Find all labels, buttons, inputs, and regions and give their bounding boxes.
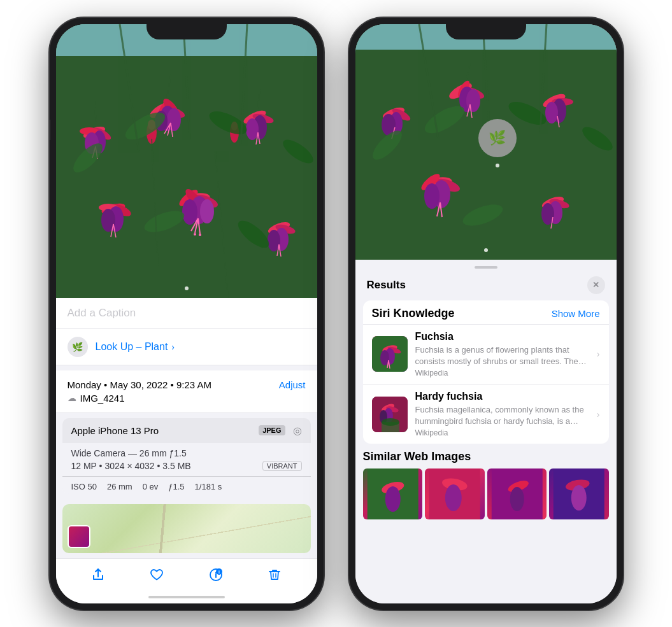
lookup-row[interactable]: 🌿 Look Up – Plant › bbox=[56, 329, 317, 365]
svg-point-8 bbox=[160, 106, 175, 131]
svg-point-94 bbox=[423, 175, 452, 191]
svg-line-45 bbox=[191, 218, 198, 231]
svg-point-47 bbox=[199, 234, 201, 236]
knowledge-item-fuchsia[interactable]: Fuchsia Fuchsia is a genus of flowering … bbox=[363, 324, 609, 384]
svg-point-40 bbox=[190, 196, 208, 224]
info-button[interactable]: i bbox=[209, 568, 223, 582]
svg-point-101 bbox=[540, 194, 565, 210]
right-photo-display[interactable]: 🌿 bbox=[355, 24, 617, 260]
left-screen: Add a Caption 🌿 Look Up – Plant › Monday… bbox=[56, 24, 317, 603]
svg-point-102 bbox=[548, 197, 569, 210]
svg-point-48 bbox=[266, 220, 291, 236]
svg-point-84 bbox=[381, 105, 406, 121]
svg-point-80 bbox=[459, 87, 475, 112]
fuchsia-content: Fuchsia Fuchsia is a genus of flowering … bbox=[415, 331, 589, 377]
svg-point-60 bbox=[69, 139, 106, 176]
svg-point-63 bbox=[234, 216, 273, 252]
siri-knowledge-title: Siri Knowledge bbox=[372, 307, 455, 320]
svg-point-127 bbox=[382, 418, 399, 426]
svg-point-96 bbox=[418, 171, 442, 193]
svg-point-108 bbox=[368, 126, 406, 164]
map-area[interactable] bbox=[62, 504, 311, 553]
similar-image-1[interactable] bbox=[363, 468, 423, 519]
svg-point-87 bbox=[382, 114, 396, 136]
svg-line-14 bbox=[94, 101, 97, 136]
svg-point-89 bbox=[541, 91, 566, 109]
notch bbox=[147, 18, 227, 39]
notch-right bbox=[446, 18, 526, 39]
bottom-toolbar: i bbox=[56, 558, 317, 591]
similar-images-section: Similar Web Images bbox=[355, 450, 617, 519]
wide-camera-text: Wide Camera — 26 mm ƒ1.5 bbox=[71, 448, 302, 458]
svg-point-139 bbox=[571, 485, 587, 511]
similar-image-2[interactable] bbox=[425, 468, 485, 519]
show-more-button[interactable]: Show More bbox=[552, 308, 600, 319]
svg-text:i: i bbox=[218, 570, 220, 574]
svg-point-103 bbox=[548, 201, 562, 224]
hardy-fuchsia-chevron: › bbox=[597, 409, 600, 419]
results-header: Results ✕ bbox=[355, 272, 617, 300]
svg-point-29 bbox=[100, 201, 125, 216]
svg-point-104 bbox=[541, 203, 554, 225]
share-button[interactable] bbox=[91, 568, 105, 582]
svg-point-51 bbox=[268, 230, 280, 251]
svg-point-79 bbox=[455, 79, 471, 99]
svg-line-28 bbox=[256, 132, 258, 144]
svg-point-78 bbox=[461, 85, 485, 101]
delete-button[interactable] bbox=[268, 568, 282, 582]
home-bar bbox=[148, 596, 225, 598]
svg-point-86 bbox=[390, 112, 403, 135]
svg-line-34 bbox=[111, 224, 113, 237]
camera-details: Wide Camera — 26 mm ƒ1.5 12 MP • 3024 × … bbox=[62, 443, 311, 476]
svg-point-81 bbox=[466, 89, 480, 112]
device-section: Apple iPhone 13 Pro JPEG ◎ Wide Camera —… bbox=[62, 418, 311, 494]
svg-line-44 bbox=[198, 218, 200, 234]
similar-images-grid bbox=[363, 468, 609, 519]
caption-area[interactable]: Add a Caption bbox=[56, 298, 317, 329]
map-thumbnail bbox=[68, 525, 90, 548]
svg-point-38 bbox=[176, 187, 200, 209]
svg-line-43 bbox=[195, 218, 198, 233]
close-button[interactable]: ✕ bbox=[587, 276, 605, 294]
settings-icon[interactable]: ◎ bbox=[293, 425, 302, 437]
svg-line-67 bbox=[152, 139, 158, 266]
right-screen: 🌿 Results ✕ Siri Knowledge Show More bbox=[355, 24, 617, 603]
svg-point-54 bbox=[147, 121, 157, 144]
svg-point-7 bbox=[161, 96, 180, 118]
svg-line-22 bbox=[257, 88, 260, 120]
svg-point-46 bbox=[194, 233, 196, 236]
similar-image-4[interactable] bbox=[549, 468, 609, 519]
map-roads bbox=[62, 504, 311, 553]
svg-line-11 bbox=[168, 123, 171, 136]
svg-line-21 bbox=[96, 146, 97, 159]
exif-iso: ISO 50 bbox=[71, 482, 97, 491]
sheet-handle bbox=[475, 266, 497, 269]
svg-point-130 bbox=[385, 486, 400, 512]
adjust-button[interactable]: Adjust bbox=[279, 379, 306, 390]
svg-line-105 bbox=[551, 217, 553, 229]
svg-point-56 bbox=[230, 122, 239, 143]
svg-point-24 bbox=[252, 111, 275, 124]
svg-point-136 bbox=[510, 487, 524, 511]
svg-point-62 bbox=[141, 206, 187, 236]
siri-dot bbox=[496, 164, 499, 167]
fuchsia-chevron: › bbox=[597, 349, 600, 359]
svg-line-112 bbox=[483, 24, 489, 126]
similar-image-3[interactable] bbox=[487, 468, 547, 519]
filename: IMG_4241 bbox=[80, 393, 125, 404]
hardy-fuchsia-title: Hardy fuchsia bbox=[415, 391, 589, 402]
exif-focal: 26 mm bbox=[107, 482, 132, 491]
svg-line-111 bbox=[419, 24, 438, 139]
svg-point-36 bbox=[181, 191, 210, 207]
results-sheet: Results ✕ Siri Knowledge Show More bbox=[355, 260, 617, 603]
svg-rect-0 bbox=[56, 24, 317, 298]
svg-point-32 bbox=[108, 206, 124, 232]
format-controls: JPEG ◎ bbox=[259, 425, 301, 437]
photo-display[interactable] bbox=[56, 24, 317, 298]
favorite-button[interactable] bbox=[150, 568, 164, 582]
lookup-label: Look Up – Plant › bbox=[96, 341, 175, 353]
svg-line-3 bbox=[164, 75, 171, 113]
siri-icon: 🌿 bbox=[68, 337, 88, 357]
knowledge-item-hardy-fuchsia[interactable]: Hardy fuchsia Fuchsia magellanica, commo… bbox=[363, 384, 609, 444]
svg-point-15 bbox=[82, 124, 106, 140]
